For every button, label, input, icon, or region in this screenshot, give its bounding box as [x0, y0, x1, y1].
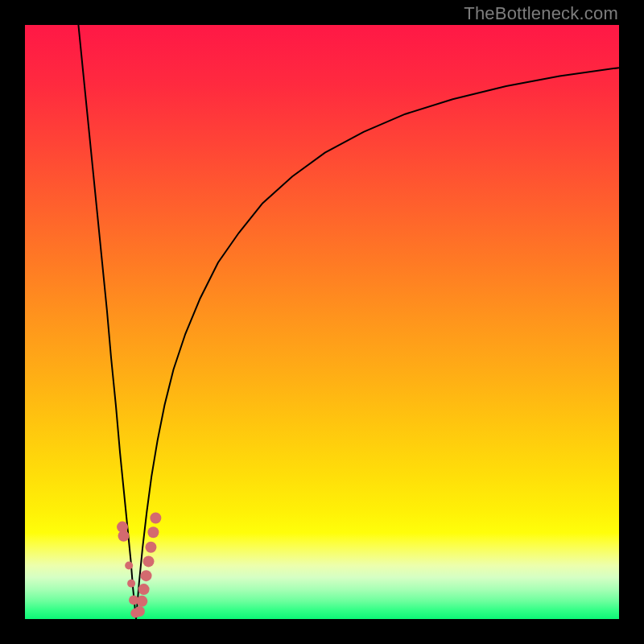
chart-frame: TheBottleneck.com [0, 0, 644, 644]
plot-area [25, 25, 619, 619]
background-gradient [25, 25, 619, 619]
watermark-text: TheBottleneck.com [464, 3, 618, 24]
svg-rect-0 [25, 25, 619, 619]
